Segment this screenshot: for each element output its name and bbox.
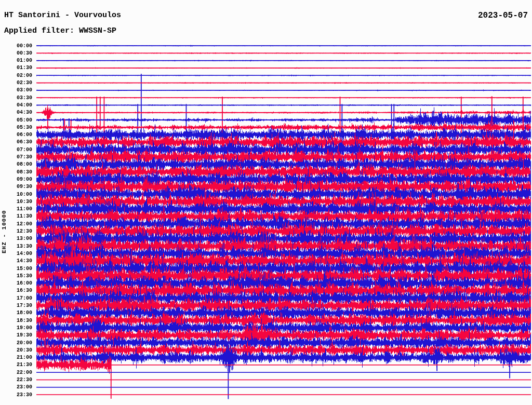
time-label: 21:00 [0,355,32,360]
time-label: 01:00 [0,58,32,63]
date-label: 2023-05-07 [478,11,528,20]
time-label: 19:30 [0,332,32,338]
time-label: 23:30 [0,392,32,398]
time-label: 12:30 [0,228,32,234]
time-label: 01:30 [0,65,32,71]
time-label: 13:00 [0,236,32,241]
time-label: 16:30 [0,288,32,293]
time-label: 12:00 [0,221,32,227]
time-label: 10:00 [0,192,32,197]
time-label: 04:00 [0,102,32,108]
time-label: 03:30 [0,95,32,101]
time-label: 22:00 [0,370,32,375]
time-label: 09:00 [0,177,32,182]
time-label: 19:00 [0,325,32,331]
time-label: 02:00 [0,73,32,78]
applied-filter-label: Applied filter: WWSSN-SP [4,26,116,35]
time-label: 23:00 [0,384,32,390]
time-label: 14:00 [0,251,32,256]
time-label: 17:00 [0,295,32,301]
time-label: 18:30 [0,318,32,323]
time-label: 14:30 [0,258,32,264]
time-label: 09:30 [0,184,32,190]
helicorder-canvas [0,0,532,405]
time-label: 18:00 [0,310,32,316]
time-label: 13:30 [0,244,32,249]
helicorder-page: HT Santorini - Vourvoulos Applied filter… [0,0,532,405]
time-label: 22:30 [0,377,32,383]
station-title: HT Santorini - Vourvoulos [4,11,121,20]
time-label: 06:30 [0,139,32,145]
time-label: 15:30 [0,273,32,279]
time-label: 00:30 [0,50,32,56]
time-label: 20:00 [0,340,32,346]
time-label: 05:00 [0,117,32,123]
time-label: 10:30 [0,199,32,205]
time-label: 20:30 [0,347,32,353]
time-label: 02:30 [0,80,32,86]
time-label: 16:00 [0,280,32,286]
time-label: 21:30 [0,362,32,368]
time-label: 04:30 [0,110,32,115]
time-label: 11:00 [0,206,32,212]
time-label: 06:00 [0,132,32,138]
time-label: 07:30 [0,154,32,160]
time-label: 08:00 [0,161,32,167]
time-label: 17:30 [0,303,32,308]
time-label: 07:00 [0,147,32,153]
time-label: 03:00 [0,87,32,93]
time-label: 11:30 [0,213,32,219]
time-label: 05:30 [0,125,32,130]
time-label: 00:00 [0,43,32,49]
time-label: 15:00 [0,266,32,272]
time-label: 08:30 [0,169,32,175]
